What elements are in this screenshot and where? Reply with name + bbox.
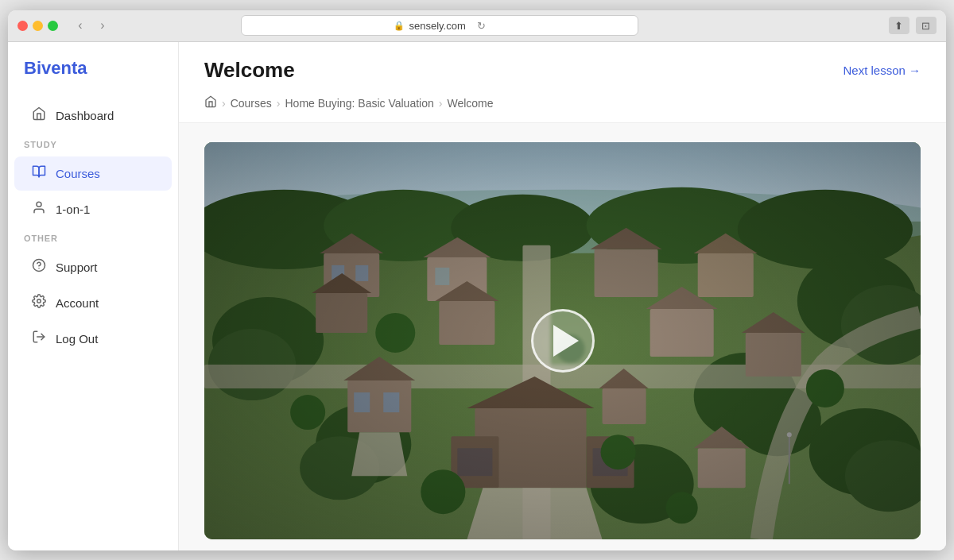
forward-button[interactable]: › [93,16,112,35]
sidebar-item-courses[interactable]: Courses [14,156,172,191]
breadcrumb-sep-2: › [277,97,281,110]
maximize-button[interactable] [48,21,58,31]
address-bar[interactable]: 🔒 sensely.com ↻ [241,15,638,36]
help-icon [30,258,48,276]
sidebar-label-dashboard: Dashboard [56,109,114,122]
gear-icon [30,294,48,312]
browser-nav: ‹ › [71,16,112,35]
sidebar-label-account: Account [56,296,99,310]
minimize-button[interactable] [33,21,43,31]
breadcrumb-current: Welcome [447,97,493,110]
close-button[interactable] [17,21,28,31]
sidebar-label-logout: Log Out [56,332,98,346]
home-icon [30,106,48,125]
title-row: Welcome Next lesson → [204,58,921,83]
url-text: sensely.com [409,20,466,32]
page-title: Welcome [204,58,295,83]
traffic-lights [17,21,58,31]
sidebar-item-dashboard[interactable]: Dashboard [14,98,172,133]
sidebar-item-logout[interactable]: Log Out [14,322,172,356]
sidebar-item-support[interactable]: Support [14,250,172,284]
sidebar: Biventa Dashboard STUDY [8,42,179,550]
share-button[interactable]: ⬆ [889,17,909,34]
breadcrumb-course-name[interactable]: Home Buying: Basic Valuation [285,97,433,110]
content-body [179,123,946,550]
camera-button[interactable]: ⊡ [916,17,937,34]
browser-window: ‹ › 🔒 sensely.com ↻ ⬆ ⊡ Biventa [8,10,946,550]
next-lesson-button[interactable]: Next lesson → [843,64,921,77]
main-content: Welcome Next lesson → › Courses › Home B… [179,42,946,550]
breadcrumb-sep-3: › [439,97,443,110]
breadcrumb-home-icon[interactable] [204,95,217,111]
back-button[interactable]: ‹ [71,16,90,35]
browser-actions: ⬆ ⊡ [889,17,937,34]
breadcrumb: › Courses › Home Buying: Basic Valuation… [204,95,921,122]
play-button[interactable] [531,309,595,373]
app-container: Biventa Dashboard STUDY [8,42,946,550]
reload-icon: ↻ [477,20,486,32]
logo-text: Biventa [24,58,87,78]
svg-point-0 [37,202,41,207]
sidebar-label-courses: Courses [56,167,100,180]
person-icon [30,200,48,218]
breadcrumb-sep-1: › [222,97,226,110]
sidebar-label-one-on-one: 1-on-1 [56,203,90,216]
sidebar-section-study: STUDY [8,140,178,156]
play-icon [553,325,579,357]
lock-icon: 🔒 [394,21,405,31]
content-header: Welcome Next lesson → › Courses › Home B… [179,42,946,123]
book-icon [30,164,48,183]
sidebar-item-one-on-one[interactable]: 1-on-1 [14,192,172,226]
sidebar-section-other: OTHER [8,234,178,249]
sidebar-item-account[interactable]: Account [14,286,172,320]
logo: Biventa [8,58,178,98]
video-container[interactable] [204,142,921,539]
browser-chrome: ‹ › 🔒 sensely.com ↻ ⬆ ⊡ [8,10,946,42]
sidebar-label-support: Support [56,261,98,274]
breadcrumb-courses[interactable]: Courses [231,97,272,110]
logout-icon [30,330,48,348]
svg-point-3 [37,299,41,303]
